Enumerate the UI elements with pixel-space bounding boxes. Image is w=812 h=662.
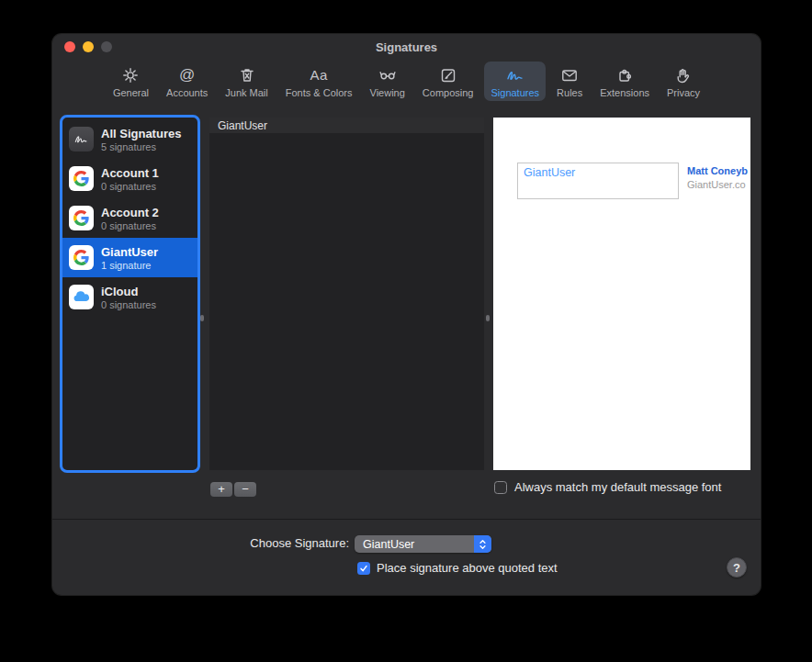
account-title: GiantUser: [101, 245, 158, 259]
signature-preview: GiantUser Matt Coneyb GiantUser.co: [493, 118, 750, 470]
popup-value: GiantUser: [363, 538, 414, 551]
place-above-label: Place signature above quoted text: [377, 561, 558, 575]
tab-label: Viewing: [370, 87, 405, 98]
tab-general[interactable]: General: [107, 62, 155, 101]
place-signature-option: Place signature above quoted text: [357, 561, 558, 575]
sidebar-item-icloud[interactable]: iCloud 0 signatures: [62, 277, 197, 317]
account-subtitle: 0 signatures: [101, 220, 159, 231]
compose-icon: [438, 65, 458, 85]
account-subtitle: 1 signature: [101, 260, 158, 271]
chevron-up-down-icon: [474, 535, 491, 553]
tab-signatures[interactable]: Signatures: [484, 62, 546, 101]
tab-viewing[interactable]: Viewing: [364, 62, 412, 101]
account-title: All Signatures: [101, 127, 181, 140]
tab-privacy[interactable]: Privacy: [660, 62, 706, 101]
tab-accounts[interactable]: @ Accounts: [160, 62, 214, 101]
google-icon: [69, 166, 94, 191]
titlebar: Signatures: [52, 34, 761, 60]
match-font-label: Always match my default message font: [514, 480, 721, 494]
at-icon: @: [179, 65, 195, 85]
account-subtitle: 0 signatures: [101, 299, 156, 310]
puzzle-icon: [615, 65, 635, 85]
signature-edit-box[interactable]: GiantUser: [517, 163, 679, 199]
trash-icon: [237, 65, 257, 85]
contact-domain: GiantUser.co: [687, 179, 750, 190]
tab-fonts-colors[interactable]: Aa Fonts & Colors: [279, 62, 359, 101]
glasses-icon: [378, 65, 398, 85]
account-title: iCloud: [101, 285, 156, 298]
sidebar-item-account-2[interactable]: Account 2 0 signatures: [62, 198, 197, 238]
tab-label: Extensions: [600, 87, 649, 98]
mail-preferences-window: Signatures General @ Accounts Junk Mail …: [52, 34, 761, 595]
signature-name: GiantUser: [218, 119, 267, 132]
account-title: Account 2: [101, 206, 159, 219]
contact-preview: Matt Coneyb GiantUser.co: [687, 165, 750, 190]
match-font-option: Always match my default message font: [494, 480, 721, 494]
pane-splitter-handle[interactable]: [486, 315, 490, 321]
help-button[interactable]: ?: [727, 557, 747, 578]
signature-icon: [505, 65, 525, 85]
pane-splitter-handle[interactable]: [200, 315, 204, 321]
add-signature-button[interactable]: +: [210, 482, 232, 497]
tab-rules[interactable]: Rules: [550, 62, 589, 101]
account-subtitle: 5 signatures: [101, 141, 181, 152]
rules-envelope-icon: [559, 65, 580, 85]
tab-label: Privacy: [667, 87, 700, 98]
signature-list: GiantUser: [209, 118, 484, 470]
google-icon: [69, 206, 94, 230]
signature-text: GiantUser: [524, 166, 575, 179]
sidebar-item-account-1[interactable]: Account 1 0 signatures: [62, 159, 197, 198]
signature-icon: [69, 127, 94, 151]
choose-signature-popup[interactable]: GiantUser: [355, 535, 491, 553]
tab-composing[interactable]: Composing: [416, 62, 480, 101]
tab-junk-mail[interactable]: Junk Mail: [219, 62, 274, 101]
tab-label: General: [113, 87, 149, 98]
account-subtitle: 0 signatures: [101, 181, 159, 192]
tab-label: Rules: [557, 87, 582, 98]
tab-label: Junk Mail: [225, 87, 267, 98]
sidebar-item-all-signatures[interactable]: All Signatures 5 signatures: [62, 119, 197, 159]
preferences-toolbar: General @ Accounts Junk Mail Aa Fonts & …: [52, 60, 761, 108]
checkmark-icon: [359, 564, 368, 573]
fonts-icon: Aa: [310, 65, 327, 85]
choose-signature-label: Choose Signature:: [52, 536, 349, 550]
google-icon: [69, 245, 94, 270]
accounts-list: All Signatures 5 signatures Account 1 0 …: [60, 115, 200, 473]
match-font-checkbox[interactable]: [494, 481, 507, 494]
signature-row[interactable]: GiantUser: [209, 118, 484, 133]
tab-label: Composing: [423, 87, 474, 98]
tab-label: Signatures: [491, 87, 539, 98]
tab-extensions[interactable]: Extensions: [593, 62, 656, 101]
hand-icon: [673, 65, 694, 85]
icloud-icon: [69, 285, 94, 309]
signature-add-remove: + −: [210, 482, 256, 497]
tab-label: Accounts: [166, 87, 208, 98]
gear-icon: [120, 65, 141, 85]
contact-name: Matt Coneyb: [687, 165, 750, 176]
account-title: Account 1: [101, 166, 159, 180]
remove-signature-button[interactable]: −: [234, 482, 256, 497]
sidebar-item-giantuser[interactable]: GiantUser 1 signature: [62, 238, 197, 277]
tab-label: Fonts & Colors: [286, 87, 353, 98]
place-above-checkbox[interactable]: [357, 562, 370, 575]
window-title: Signatures: [52, 34, 761, 60]
bottom-divider: [52, 519, 761, 520]
